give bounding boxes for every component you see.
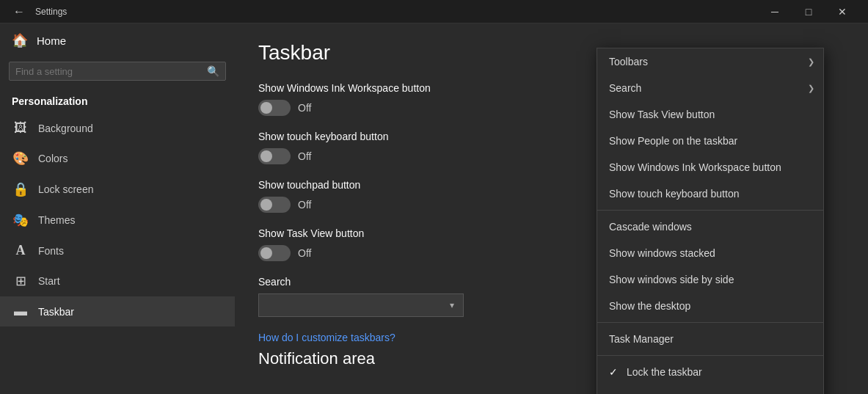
context-menu-label-lock-taskbar: Lock the taskbar [627, 366, 702, 378]
sidebar-item-label-themes: Themes [38, 214, 76, 226]
toggle-text-touchpad: Off [298, 199, 311, 211]
fonts-icon: A [12, 243, 29, 258]
home-label: Home [37, 34, 66, 47]
context-menu: Toolbars Search Show Task View button Sh… [597, 48, 824, 394]
toggle-text-keyboard: Off [298, 150, 311, 162]
sidebar-item-label-taskbar: Taskbar [38, 306, 74, 318]
sidebar-item-themes[interactable]: 🎭 Themes [0, 205, 235, 236]
context-menu-item-search[interactable]: Search [597, 75, 823, 101]
check-icon: ✓ [609, 366, 624, 378]
sidebar-item-label-lockscreen: Lock screen [38, 183, 93, 195]
toggle-text-ink: Off [298, 102, 311, 114]
toggle-task-view[interactable] [258, 245, 291, 261]
context-menu-label-show-desktop: Show the desktop [609, 300, 690, 312]
search-box[interactable]: 🔍 [9, 62, 226, 81]
toggle-text-taskview: Off [298, 247, 311, 259]
sidebar-item-label-fonts: Fonts [38, 245, 64, 257]
toggle-touchpad[interactable] [258, 197, 291, 213]
search-dropdown[interactable]: ▾ [258, 293, 464, 317]
back-button[interactable]: ← [9, 2, 29, 21]
toggle-touch-keyboard[interactable] [258, 148, 291, 164]
sidebar-item-start[interactable]: ⊞ Start [0, 266, 235, 296]
context-menu-item-cascade[interactable]: Cascade windows [597, 214, 823, 240]
context-menu-item-taskbar-settings[interactable]: ⚙ Taskbar settings [597, 385, 823, 394]
context-menu-item-ink-workspace[interactable]: Show Windows Ink Workspace button [597, 154, 823, 180]
minimize-button[interactable]: ─ [758, 0, 792, 23]
sidebar-item-taskbar[interactable]: ▬ Taskbar [0, 296, 235, 326]
context-menu-label-stacked: Show windows stacked [609, 247, 715, 259]
background-icon: 🖼 [12, 120, 29, 136]
close-button[interactable]: ✕ [825, 0, 859, 23]
sidebar-section-title: Personalization [0, 90, 235, 110]
context-menu-label-search: Search [609, 82, 641, 94]
separator-1 [597, 210, 823, 211]
context-menu-item-touch-keyboard[interactable]: Show touch keyboard button [597, 180, 823, 207]
context-menu-item-side-by-side[interactable]: Show windows side by side [597, 266, 823, 293]
title-bar-controls: ─ □ ✕ [758, 0, 859, 23]
start-icon: ⊞ [12, 273, 29, 289]
sidebar-item-colors[interactable]: 🎨 Colors [0, 143, 235, 174]
lockscreen-icon: 🔒 [12, 181, 29, 197]
context-menu-label-side-by-side: Show windows side by side [609, 274, 734, 285]
context-menu-label-cascade: Cascade windows [609, 221, 692, 233]
toggle-ink-workspace[interactable] [258, 100, 291, 116]
context-menu-label-touch-keyboard: Show touch keyboard button [609, 188, 739, 200]
sidebar-item-fonts[interactable]: A Fonts [0, 236, 235, 266]
home-icon: 🏠 [12, 32, 28, 48]
sidebar-item-lockscreen[interactable]: 🔒 Lock screen [0, 174, 235, 205]
sidebar-item-label-background: Background [38, 123, 93, 134]
themes-icon: 🎭 [12, 212, 29, 228]
title-bar-title: Settings [35, 7, 67, 17]
context-menu-item-toolbars[interactable]: Toolbars [597, 48, 823, 75]
context-menu-item-people[interactable]: Show People on the taskbar [597, 128, 823, 154]
context-menu-label-toolbars: Toolbars [609, 56, 648, 68]
context-menu-item-task-manager[interactable]: Task Manager [597, 326, 823, 352]
separator-3 [597, 355, 823, 356]
search-icon: 🔍 [207, 65, 219, 77]
chevron-down-icon: ▾ [450, 300, 454, 310]
context-menu-label-task-view-btn: Show Task View button [609, 109, 715, 120]
title-bar-left: ← Settings [9, 2, 758, 21]
search-input[interactable] [15, 66, 207, 77]
context-menu-item-task-view-btn[interactable]: Show Task View button [597, 101, 823, 128]
context-menu-item-stacked[interactable]: Show windows stacked [597, 240, 823, 266]
separator-2 [597, 322, 823, 323]
colors-icon: 🎨 [12, 150, 29, 167]
sidebar-item-background[interactable]: 🖼 Background [0, 113, 235, 143]
context-menu-label-ink-workspace: Show Windows Ink Workspace button [609, 161, 781, 173]
context-menu-item-lock-taskbar[interactable]: ✓ Lock the taskbar [597, 359, 823, 385]
sidebar-item-label-colors: Colors [38, 153, 68, 164]
maximize-button[interactable]: □ [792, 0, 825, 23]
sidebar: 🏠 Home 🔍 Personalization 🖼 Background 🎨 … [0, 23, 235, 394]
context-menu-label-task-manager: Task Manager [609, 333, 674, 345]
sidebar-item-home[interactable]: 🏠 Home [0, 23, 235, 57]
sidebar-item-label-start: Start [38, 275, 60, 287]
title-bar: ← Settings ─ □ ✕ [0, 0, 868, 23]
context-menu-label-people: Show People on the taskbar [609, 135, 737, 147]
context-menu-item-show-desktop[interactable]: Show the desktop [597, 293, 823, 319]
taskbar-icon: ▬ [12, 304, 29, 319]
